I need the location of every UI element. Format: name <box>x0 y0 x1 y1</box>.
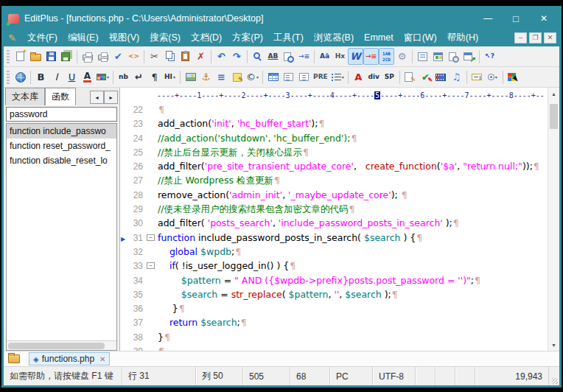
sidebar-tab-scroll-left-button[interactable]: ◂ <box>90 91 104 104</box>
function-list-item[interactable]: function disable_reset_lo <box>7 153 116 168</box>
menu-view[interactable]: 视图(V) <box>104 30 145 46</box>
code-line[interactable]: 36 }¶ <box>120 301 548 315</box>
code-line[interactable]: 23add_action('init', 'hc_buffer_start');… <box>120 116 548 130</box>
textfield-button[interactable] <box>469 69 485 85</box>
sidebar-tab-cliptext[interactable]: 文本库 <box>5 88 45 105</box>
media-button[interactable] <box>433 69 449 85</box>
center-button[interactable] <box>296 69 312 85</box>
save-button[interactable] <box>43 48 59 65</box>
nbsp-button[interactable]: nb <box>116 69 131 85</box>
menu-search[interactable]: 搜索(S) <box>144 30 186 46</box>
function-list-item[interactable]: function reset_password_ <box>7 139 116 153</box>
external-browser-button[interactable] <box>461 48 477 65</box>
sidebar-tab-functions[interactable]: 函数 <box>45 88 76 105</box>
minimize-button[interactable]: — <box>477 11 499 26</box>
mdi-close-button[interactable]: ✕ <box>544 32 556 43</box>
mdi-restore-button[interactable]: ❐ <box>529 32 542 43</box>
menu-help[interactable]: 帮助(H) <box>442 30 483 46</box>
color-palette-button[interactable]: ▾ <box>95 69 111 85</box>
paste-button[interactable] <box>178 48 193 65</box>
menu-window[interactable]: 窗口(W) <box>399 30 442 46</box>
hex-viewer-button[interactable]: Hx <box>332 48 348 65</box>
code-line[interactable]: 29//使未登录用户的搜索结果包含加密文章的代码¶ <box>120 202 548 216</box>
context-help-button[interactable]: ↖? <box>482 48 497 65</box>
menu-project[interactable]: 方案(P) <box>227 30 268 46</box>
underline-button[interactable]: U <box>64 69 80 85</box>
resize-grip[interactable] <box>549 367 559 385</box>
code-line[interactable]: 27//禁止 Wordpress 检查更新¶ <box>120 173 548 187</box>
scroll-up-button[interactable]: ▲ <box>548 88 559 99</box>
browser-preview-button[interactable] <box>446 48 461 65</box>
code-line[interactable]: 38}¶ <box>120 330 548 344</box>
delete-button[interactable]: ✗ <box>193 48 209 65</box>
image-button[interactable] <box>183 69 198 85</box>
pre-button[interactable]: PRE <box>312 69 329 85</box>
code-line[interactable]: 25//禁止后台显示更新，关闭核心提示¶ <box>120 145 548 159</box>
italic-button[interactable]: I <box>49 69 64 85</box>
menu-tools[interactable]: 工具(T) <box>268 30 309 46</box>
audio-button[interactable]: ♫ <box>449 69 464 85</box>
code-line[interactable]: 32 global $wpdb;¶ <box>120 245 548 259</box>
paragraph-button[interactable]: ¶ <box>147 69 162 85</box>
cut-button[interactable]: ✂ <box>147 48 162 65</box>
code-line[interactable]: 39¶ <box>120 344 548 351</box>
code-line[interactable]: 35 $search = str_replace( $pattern, '', … <box>120 287 548 301</box>
form-button[interactable] <box>402 69 418 85</box>
folder-icon[interactable] <box>8 354 20 363</box>
table-button[interactable] <box>265 69 281 85</box>
save-all-button[interactable] <box>59 48 74 65</box>
spell-check-button[interactable]: ✔ <box>111 48 126 65</box>
code-line[interactable]: 34 $pattern = " AND ({$wpdb->prefix}post… <box>120 273 548 287</box>
replace-button[interactable]: AB <box>265 48 281 65</box>
code-line[interactable]: 24//add_action('shutdown', 'hc_buffer_en… <box>120 131 548 145</box>
radio-button[interactable]: ▾ <box>485 69 500 85</box>
goto-line-button[interactable]: →≡ <box>296 48 312 65</box>
close-button[interactable]: ✕ <box>533 11 555 26</box>
scroll-down-button[interactable]: ▼ <box>548 339 559 351</box>
note-button[interactable] <box>229 69 245 85</box>
menu-document[interactable]: 文档(D) <box>186 30 227 46</box>
browser-select-button[interactable] <box>506 69 521 85</box>
maximize-button[interactable]: □ <box>505 11 527 26</box>
special-char-button[interactable]: ©▾ <box>245 69 260 85</box>
menu-emmet[interactable]: Emmet <box>359 30 399 46</box>
new-file-button[interactable] <box>13 48 28 65</box>
code-editor[interactable]: ----+----1----+----2----+----3----+----4… <box>120 88 559 351</box>
undo-button[interactable]: ↶ <box>214 48 229 65</box>
browser-button[interactable] <box>13 69 28 85</box>
menu-browser[interactable]: 浏览器(B) <box>309 30 359 46</box>
scrollbar-thumb[interactable] <box>550 104 558 129</box>
hr-button[interactable]: ≡ <box>214 69 229 85</box>
close-tab-icon[interactable]: ✕ <box>99 355 105 363</box>
document-tab-functions-php[interactable]: ◈ functions.php ✕ <box>29 352 110 365</box>
list-button[interactable]: ▾ <box>329 69 346 85</box>
line-break-button[interactable]: ↵ <box>131 69 147 85</box>
font-button[interactable]: Aā <box>317 48 332 65</box>
cliptext-button[interactable] <box>415 48 430 65</box>
menu-edit[interactable]: 编辑(E) <box>63 30 104 46</box>
auto-indent-button[interactable]: →≡ <box>363 48 379 65</box>
font-color-button[interactable]: A <box>80 69 95 85</box>
print-preview-button[interactable] <box>80 48 95 65</box>
anchor-button[interactable]: ⚓ <box>198 69 214 85</box>
code-line[interactable]: 28remove_action('admin_init', '_maybe_up… <box>120 188 548 202</box>
print-button[interactable] <box>95 48 111 65</box>
mdi-minimize-button[interactable]: – <box>514 32 527 43</box>
code-line[interactable]: 33− if( !is_user_logged_in() ) {¶ <box>120 259 548 273</box>
html-source-button[interactable]: <> <box>126 48 141 65</box>
scrollbar-thumb[interactable] <box>8 343 105 349</box>
span-button[interactable]: SP <box>382 69 397 85</box>
code-line[interactable]: ▶31−function include_password_posts_in_s… <box>120 231 548 245</box>
div-align-button[interactable] <box>281 69 296 85</box>
find-button[interactable] <box>250 48 265 65</box>
code-line[interactable]: 22¶ <box>120 102 548 116</box>
function-search-input[interactable] <box>6 107 117 122</box>
code-line[interactable]: 26add_filter('pre_site_transient_update_… <box>120 159 548 173</box>
find-in-files-button[interactable] <box>281 48 296 65</box>
open-file-button[interactable] <box>28 48 43 65</box>
script-button[interactable]: ✔ <box>418 69 433 85</box>
code-line[interactable]: 37 return $search;¶ <box>120 315 548 329</box>
code-area[interactable]: 22¶23add_action('init', 'hc_buffer_start… <box>120 102 559 351</box>
code-line[interactable]: 30add_filter( 'posts_search', 'include_p… <box>120 216 548 230</box>
vertical-scrollbar[interactable]: ▲ ▼ <box>548 88 559 351</box>
